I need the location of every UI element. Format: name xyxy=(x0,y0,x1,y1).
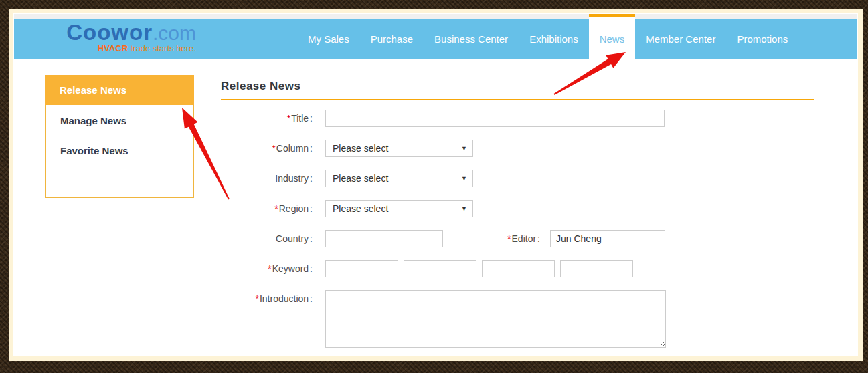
required-asterisk: * xyxy=(268,263,271,274)
main-nav-bar: Coowor.com HVACR trade starts here. My S… xyxy=(14,19,857,59)
required-asterisk: * xyxy=(287,113,290,124)
column-label: *Column: xyxy=(221,143,313,154)
chevron-down-icon: ▼ xyxy=(461,145,467,152)
chevron-down-icon: ▼ xyxy=(461,175,467,182)
column-select[interactable]: Please select ▼ xyxy=(325,140,473,157)
keyword-input-2[interactable] xyxy=(404,260,476,277)
page-title: Release News xyxy=(221,75,814,93)
keyword-input-3[interactable] xyxy=(482,260,555,277)
required-asterisk: * xyxy=(274,203,278,214)
required-asterisk: * xyxy=(507,233,511,244)
nav-item-exhibitions[interactable]: Exhibitions xyxy=(519,19,589,59)
region-label: *Region: xyxy=(221,203,313,214)
sidebar-item-release-news[interactable]: Release News xyxy=(45,75,194,105)
sidebar-item-manage-news[interactable]: Manage News xyxy=(46,106,193,135)
main-nav: My Sales Purchase Business Center Exhibi… xyxy=(297,19,798,59)
decorative-frame: Coowor.com HVACR trade starts here. My S… xyxy=(9,9,863,361)
country-input[interactable] xyxy=(325,230,443,247)
industry-label: Industry: xyxy=(221,173,313,184)
screenshot-root: Coowor.com HVACR trade starts here. My S… xyxy=(0,0,868,373)
nav-item-member-center[interactable]: Member Center xyxy=(635,19,726,59)
country-label: Country: xyxy=(221,233,313,244)
region-select[interactable]: Please select ▼ xyxy=(325,200,473,217)
required-asterisk: * xyxy=(272,143,275,154)
title-underline xyxy=(221,99,814,100)
chevron-down-icon: ▼ xyxy=(461,205,467,212)
form-row-introduction: *Introduction: xyxy=(221,290,814,348)
title-label: *Title: xyxy=(221,113,313,124)
introduction-textarea[interactable] xyxy=(325,290,666,348)
keyword-input-4[interactable] xyxy=(560,260,633,277)
sidebar-item-favorite-news[interactable]: Favorite News xyxy=(46,136,193,165)
site-header: Coowor.com HVACR trade starts here. My S… xyxy=(14,14,857,68)
release-news-form: *Title: *Column: Please select ▼ Industr… xyxy=(221,110,814,348)
header-top-strip xyxy=(14,14,857,19)
industry-select-value: Please select xyxy=(333,173,388,184)
form-row-region: *Region: Please select ▼ xyxy=(221,200,814,217)
form-row-country-editor: Country: *Editor: xyxy=(221,230,814,247)
main-content: Release News *Title: *Column: Please sel… xyxy=(221,75,814,360)
column-select-value: Please select xyxy=(333,143,388,154)
keyword-input-1[interactable] xyxy=(325,260,398,277)
page-background: Coowor.com HVACR trade starts here. My S… xyxy=(13,13,858,356)
introduction-label: *Introduction: xyxy=(221,290,313,304)
editor-label: *Editor: xyxy=(443,233,540,244)
editor-input[interactable] xyxy=(550,230,665,247)
logo-text: Coowor.com xyxy=(52,21,196,43)
logo-domain: .com xyxy=(153,22,196,44)
nav-item-business-center[interactable]: Business Center xyxy=(424,19,519,59)
nav-item-purchase[interactable]: Purchase xyxy=(360,19,424,59)
nav-item-promotions[interactable]: Promotions xyxy=(726,19,798,59)
form-row-title: *Title: xyxy=(221,110,814,127)
nav-item-news[interactable]: News xyxy=(589,14,636,68)
form-row-keyword: *Keyword: xyxy=(221,260,814,277)
site-logo[interactable]: Coowor.com HVACR trade starts here. xyxy=(52,21,196,53)
form-row-industry: Industry: Please select ▼ xyxy=(221,170,814,187)
form-row-column: *Column: Please select ▼ xyxy=(221,140,814,157)
nav-item-my-sales[interactable]: My Sales xyxy=(297,19,360,59)
logo-tagline: HVACR trade starts here. xyxy=(52,44,196,53)
title-input[interactable] xyxy=(325,110,665,127)
keyword-label: *Keyword: xyxy=(221,263,313,274)
required-asterisk: * xyxy=(255,293,258,304)
sidebar-menu: Release News Manage News Favorite News xyxy=(45,75,194,198)
logo-brand: Coowor xyxy=(66,20,153,45)
region-select-value: Please select xyxy=(333,203,388,214)
industry-select[interactable]: Please select ▼ xyxy=(325,170,473,187)
